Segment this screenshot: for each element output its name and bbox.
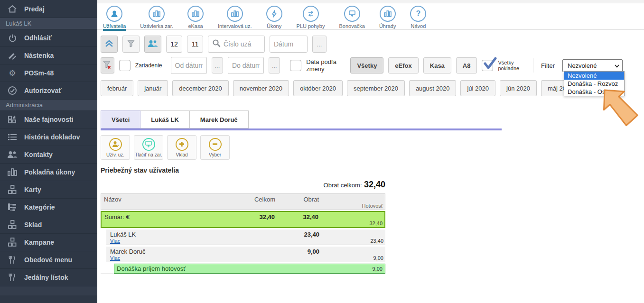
month-button[interactable]: júl 2020: [460, 80, 495, 96]
list-icon: [7, 133, 18, 141]
filter-button[interactable]: [122, 36, 140, 53]
row-hotovost: 9,00: [373, 266, 383, 272]
sidebar-item-kampane[interactable]: Kampane: [0, 233, 97, 251]
toolbar-item-bonovacka[interactable]: Bonovačka: [339, 6, 364, 31]
device-button-eefox[interactable]: eEfox: [388, 57, 418, 73]
to-date-more-button[interactable]: ...: [269, 57, 280, 73]
months-row: február január december 2020 november 20…: [101, 80, 644, 96]
user-icon: [106, 6, 122, 22]
toolbar-item-intervalova-uz[interactable]: Intervalová uz.: [218, 6, 252, 31]
tabs-underline: [101, 129, 502, 130]
device-button-vsetky[interactable]: Všetky: [350, 57, 383, 73]
month-button[interactable]: jún 2020: [500, 80, 537, 96]
sidebar-item-label: Sklad: [24, 221, 42, 229]
toolbar-item-uzavierka-zar[interactable]: Uzávierka zar.: [140, 6, 173, 31]
sidebar-section-administracia: Administrácia: [0, 99, 97, 110]
row-name: Lukáš LK: [110, 231, 231, 238]
toolbar-item-ekasa[interactable]: eKasa: [187, 6, 204, 31]
cutlery-icon: [7, 256, 18, 264]
toolbar-item-plu-pohyby[interactable]: PLU pohyby: [297, 6, 325, 31]
toolbar-item-label: Uzávierka zar.: [140, 23, 173, 31]
dropdown-option-nezvolene[interactable]: Nezvolené: [564, 72, 624, 80]
tlacit-na-zar-button[interactable]: Tlačiť na zar.: [134, 135, 163, 160]
search-input[interactable]: [224, 40, 261, 48]
toolbar-item-uhrady[interactable]: Úhrady: [379, 6, 396, 31]
to-date-input[interactable]: [232, 62, 260, 69]
plus-icon: [176, 138, 188, 151]
sidebar-item-pokladna-ukony[interactable]: Pokladňa úkony: [0, 163, 97, 181]
lightning-icon: [266, 6, 282, 22]
sidebar-item-karty[interactable]: Karty: [0, 181, 97, 198]
sidebar-item-label: Jedálny lístok: [24, 274, 68, 281]
sidebar-item-obedove-menu[interactable]: Obedové menu: [0, 251, 97, 268]
device-button-a8[interactable]: A8: [456, 57, 477, 73]
filter-select[interactable]: Nezvolené: [562, 59, 623, 72]
sidebar-item-historia-dokladov[interactable]: História dokladov: [0, 128, 97, 146]
row-obrat: 23,40: [276, 231, 319, 238]
viac-link[interactable]: Viac: [110, 238, 120, 244]
vsetky-pokladne-checkbox[interactable]: [482, 60, 493, 71]
sidebar-item-posm[interactable]: ⚙ POSm-48: [0, 64, 97, 82]
filter-row-2: Zariadenie ... ... Dáta podľa zmeny Všet…: [101, 57, 644, 74]
month-button[interactable]: august 2020: [409, 80, 457, 96]
check-circle-icon: [7, 86, 18, 95]
sidebar-item-predaj[interactable]: Predaj: [0, 0, 97, 18]
zariadenie-checkbox[interactable]: [119, 60, 131, 71]
month-button[interactable]: september 2020: [347, 80, 405, 96]
report-section: Priebežný stav užívatelia Obrat celkom: …: [101, 166, 385, 274]
table-row-summary: Sumár: € 32,40 32,40 32,40: [101, 211, 385, 228]
data-podla-zmeny-label: Dáta podľa zmeny: [306, 58, 345, 73]
from-date-input[interactable]: [175, 62, 203, 69]
tab-marek-doruc[interactable]: Marek Doruč: [190, 110, 249, 129]
dropdown-option-donaska-rozvoz[interactable]: Donáška - Rozvoz: [564, 80, 624, 88]
zariadenie-label: Zariadenie: [135, 62, 162, 69]
sidebar-item-odhlasit[interactable]: Odhlásiť: [0, 29, 97, 46]
sidebar: Predaj Lukáš LK Odhlásiť Nástenka ⚙ POSm…: [0, 0, 97, 303]
sidebar-item-nastenka[interactable]: Nástenka: [0, 46, 97, 64]
toolbar-item-navod[interactable]: ? Návod: [410, 6, 426, 31]
divider: [533, 58, 533, 73]
row-obrat: 9,00: [276, 248, 319, 255]
month-button[interactable]: február: [101, 80, 133, 96]
uziv-uz-button[interactable]: Užív. uz.: [101, 135, 130, 160]
month-button[interactable]: november 2020: [233, 80, 289, 96]
date-input[interactable]: [274, 40, 303, 48]
month-button[interactable]: január: [138, 80, 168, 96]
sidebar-item-autorizovat[interactable]: Autorizovať: [0, 82, 97, 99]
viac-link[interactable]: Viac: [110, 255, 120, 261]
vyber-button[interactable]: Výber: [200, 135, 230, 160]
tab-lukas-lk[interactable]: Lukáš LK: [140, 110, 190, 129]
user-check-icon: [109, 138, 122, 151]
sidebar-item-nase-fajnovosti[interactable]: Naše fajnovosti: [0, 110, 97, 128]
sidebar-item-label: Nástenka: [24, 52, 54, 59]
month-button[interactable]: december 2020: [172, 80, 228, 96]
tab-vsetci[interactable]: Všetci: [101, 110, 140, 129]
sidebar-item-label: Kampane: [24, 239, 54, 246]
sidebar-item-sklad[interactable]: Sklad: [0, 216, 97, 233]
sidebar-item-label: Predaj: [24, 5, 45, 13]
sidebar-item-kategorie[interactable]: Kategórie: [0, 198, 97, 216]
report-table: Názov Celkom Obrat Hotovosť Sumár: € 32,…: [101, 193, 385, 274]
row-name: Sumár: €: [104, 213, 230, 220]
data-podla-zmeny-checkbox[interactable]: [290, 60, 301, 71]
dropdown-option-donaska-osobne[interactable]: Donáška - Osobne: [564, 88, 624, 96]
toolbar-item-uzivatelia[interactable]: Užívatelia: [103, 6, 126, 31]
device-button-kasa[interactable]: Kasa: [423, 57, 451, 73]
more-button[interactable]: ...: [312, 36, 327, 53]
from-date-more-button[interactable]: ...: [212, 57, 223, 73]
funnel-x-icon: [103, 61, 112, 71]
collapse-button[interactable]: [101, 36, 118, 53]
brushes-icon: [7, 51, 18, 60]
cubes-star-icon: [7, 115, 18, 124]
sidebar-item-kontakty[interactable]: Kontakty: [0, 146, 97, 163]
people-icon: [148, 40, 158, 49]
vklad-button[interactable]: Vklad: [167, 135, 196, 160]
users-filter-button[interactable]: [144, 36, 161, 53]
month-button[interactable]: október 2020: [293, 80, 343, 96]
sidebar-item-jedalny-listok[interactable]: Jedálny lístok: [0, 268, 97, 286]
count-button-11[interactable]: 11: [187, 36, 203, 53]
count-button-12[interactable]: 12: [166, 36, 182, 53]
toolbar-item-label: Úkony: [267, 23, 281, 31]
clear-filter-button[interactable]: [101, 57, 114, 73]
toolbar-item-ukony[interactable]: Úkony: [266, 6, 282, 31]
